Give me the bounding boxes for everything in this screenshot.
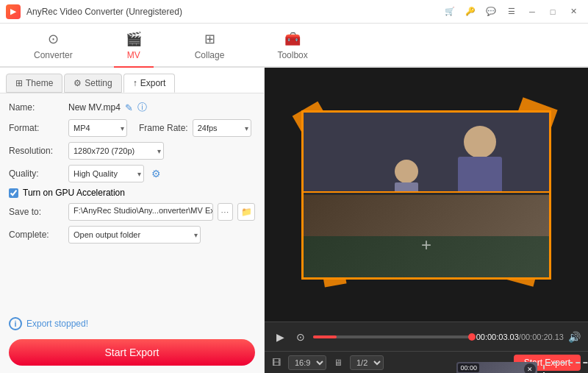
resolution-select[interactable]: 1280x720 (720p) 1920x1080 (1080p) xyxy=(68,142,164,160)
gpu-row: Turn on GPU Acceleration xyxy=(9,188,255,198)
resolution-select-wrapper: 1280x720 (720p) 1920x1080 (1080p) xyxy=(68,142,164,160)
left-panel: ⊞ Theme ⚙ Setting ↑ Export Name: New MV.… xyxy=(0,68,265,373)
name-label: Name: xyxy=(9,102,64,113)
save-path-display: F:\AnyRec Studio\Any...onverter\MV Expor… xyxy=(68,203,213,221)
converter-icon: ⊙ xyxy=(48,31,59,47)
video-frame: + xyxy=(301,110,551,280)
video-frame-icon: 🎞 xyxy=(272,358,281,368)
sub-tab-export[interactable]: ↑ Export xyxy=(123,74,176,93)
main-area: ⊞ Theme ⚙ Setting ↑ Export Name: New MV.… xyxy=(0,68,588,373)
info-circle-icon: i xyxy=(9,317,22,330)
key-icon[interactable]: 🔑 xyxy=(462,3,479,21)
edit-name-icon[interactable]: ✎ xyxy=(125,102,133,113)
thumb-duration: 00:00 xyxy=(458,363,479,372)
format-label: Format: xyxy=(9,123,64,133)
progress-fill xyxy=(313,335,337,338)
media-thumbnail[interactable]: ✕ 00:00 ▶ ☆ ✂ xyxy=(456,362,537,374)
folder-icon[interactable]: 📁 xyxy=(237,203,255,221)
sub-tab-theme[interactable]: ⊞ Theme xyxy=(6,74,62,93)
settings-fields: Name: New MV.mp4 ✎ ⓘ Format: MP4 MKV AVI… xyxy=(0,93,264,311)
info-icon[interactable]: ⓘ xyxy=(137,101,147,114)
window-controls: 🛒 🔑 💬 ☰ ─ □ ✕ xyxy=(441,3,582,21)
svg-rect-4 xyxy=(395,182,418,192)
play-button[interactable]: ▶ xyxy=(272,329,288,345)
complete-label: Complete: xyxy=(9,230,64,240)
tab-collage-label: Collage xyxy=(195,50,225,60)
setting-gear-icon: ⚙ xyxy=(74,78,82,88)
aspect-ratio-select[interactable]: 16:9 4:3 1:1 xyxy=(288,355,326,370)
collage-icon: ⊞ xyxy=(204,31,215,47)
scene-1 xyxy=(304,113,549,192)
fps-select[interactable]: 24fps 30fps 60fps xyxy=(193,119,251,137)
total-time: 00:00:20.13 xyxy=(521,333,564,341)
sub-tab-setting-label: Setting xyxy=(85,78,112,88)
media-strip: ✕ 00:00 ▶ ☆ ✂ + 1/1 xyxy=(456,362,588,374)
tab-collage[interactable]: ⊞ Collage xyxy=(183,25,237,68)
right-panel: + ▶ ⊙ 00:00:03.03/00:00:20.13 🔊 🎞 16:9 xyxy=(265,68,588,373)
add-media-overlay: + xyxy=(421,235,431,255)
tab-converter-label: Converter xyxy=(34,50,73,60)
browse-path-button[interactable]: ··· xyxy=(218,203,233,221)
sub-tab-setting[interactable]: ⚙ Setting xyxy=(64,74,121,93)
gpu-label: Turn on GPU Acceleration xyxy=(23,188,125,198)
format-row: Format: MP4 MKV AVI Frame Rate: 24fps 30… xyxy=(9,119,255,137)
sub-tabs: ⊞ Theme ⚙ Setting ↑ Export xyxy=(0,68,264,93)
resolution-row: Resolution: 1280x720 (720p) 1920x1080 (1… xyxy=(9,142,255,160)
add-media-button[interactable]: + xyxy=(543,362,588,374)
complete-row: Complete: Open output folder Do nothing xyxy=(9,226,255,244)
sub-tab-export-label: Export xyxy=(140,78,166,88)
current-time: 00:00:03.03 xyxy=(476,333,519,341)
stop-button[interactable]: ⊙ xyxy=(293,329,309,345)
sub-tab-theme-label: Theme xyxy=(26,78,53,88)
fps-label: Frame Rate: xyxy=(139,123,188,133)
quality-select-wrapper: High Quality Medium Quality Low Quality xyxy=(68,165,144,182)
save-label: Save to: xyxy=(9,207,64,217)
volume-icon[interactable]: 🔊 xyxy=(568,331,581,343)
export-icon: ↑ xyxy=(133,78,137,88)
cart-icon[interactable]: 🛒 xyxy=(441,3,459,21)
svg-point-1 xyxy=(464,126,496,158)
app-logo: ▶ xyxy=(6,4,21,19)
tab-toolbox[interactable]: 🧰 Toolbox xyxy=(265,25,319,68)
minimize-button[interactable]: ─ xyxy=(523,3,541,21)
chat-icon[interactable]: 💬 xyxy=(482,3,500,21)
start-export-button[interactable]: Start Export xyxy=(9,339,255,366)
zoom-select[interactable]: 1/2 1/1 1/4 xyxy=(350,355,384,370)
maximize-button[interactable]: □ xyxy=(544,3,562,21)
titlebar: ▶ AnyRec Video Converter (Unregistered) … xyxy=(0,0,588,24)
nav-tabs: ⊙ Converter 🎬 MV ⊞ Collage 🧰 Toolbox xyxy=(0,24,588,68)
toolbox-icon: 🧰 xyxy=(284,31,301,47)
time-display: 00:00:03.03/00:00:20.13 xyxy=(476,333,564,341)
preview-canvas: + xyxy=(301,110,551,280)
tab-toolbox-label: Toolbox xyxy=(277,50,307,60)
close-button[interactable]: ✕ xyxy=(564,3,582,21)
monitor-icon: 🖥 xyxy=(334,358,343,368)
mv-icon: 🎬 xyxy=(126,31,142,47)
playback-bar: ▶ ⊙ 00:00:03.03/00:00:20.13 🔊 xyxy=(265,322,588,351)
svg-rect-2 xyxy=(458,157,502,192)
quality-label: Quality: xyxy=(9,168,64,179)
logo-icon: ▶ xyxy=(10,7,16,15)
svg-rect-0 xyxy=(304,113,549,192)
save-row: Save to: F:\AnyRec Studio\Any...onverter… xyxy=(9,203,255,221)
scene-svg xyxy=(304,113,549,192)
complete-select[interactable]: Open output folder Do nothing xyxy=(68,226,201,244)
menu-icon[interactable]: ☰ xyxy=(503,3,520,21)
tab-converter[interactable]: ⊙ Converter xyxy=(22,25,85,68)
svg-point-3 xyxy=(395,160,418,183)
export-stopped-message: i Export stopped! xyxy=(0,311,264,336)
scene-divider-1 xyxy=(304,191,549,193)
tab-mv[interactable]: 🎬 MV xyxy=(114,25,154,68)
resolution-label: Resolution: xyxy=(9,146,64,156)
complete-select-wrapper: Open output folder Do nothing xyxy=(68,226,201,244)
progress-dot xyxy=(468,333,476,341)
scene-2 xyxy=(304,195,549,236)
format-select[interactable]: MP4 MKV AVI xyxy=(68,119,127,137)
tab-mv-label: MV xyxy=(127,50,140,60)
progress-bar[interactable] xyxy=(313,335,472,338)
theme-grid-icon: ⊞ xyxy=(15,78,23,88)
gpu-checkbox[interactable] xyxy=(9,188,18,198)
quality-select[interactable]: High Quality Medium Quality Low Quality xyxy=(68,165,144,182)
quality-gear-icon[interactable]: ⚙ xyxy=(151,168,161,180)
app-title: AnyRec Video Converter (Unregistered) xyxy=(26,7,441,17)
